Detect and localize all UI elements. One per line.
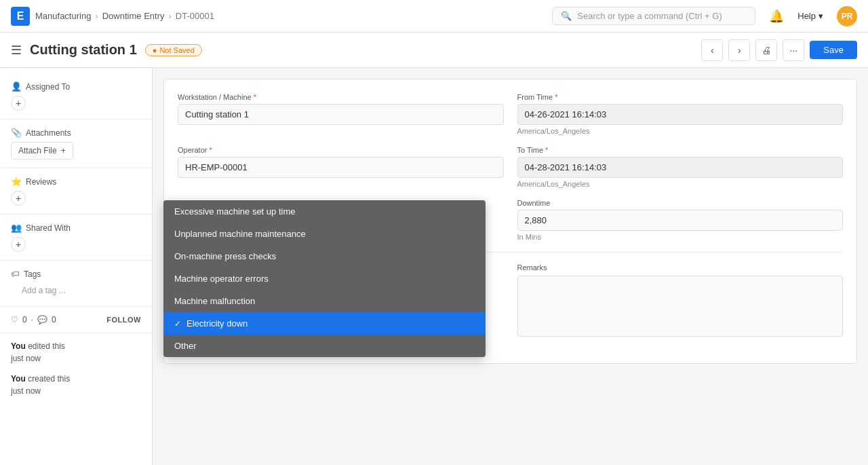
dropdown-item-4[interactable]: Machine malfunction (163, 290, 486, 312)
dot-sep: · (31, 315, 33, 324)
workstation-row: Workstation / Machine * From Time * Amer… (178, 93, 843, 135)
search-placeholder: Search or type a command (Ctrl + G) (577, 11, 722, 21)
main-layout: 👤 Assigned To + 📎 Attachments Attach Fil… (0, 68, 868, 465)
navbar: E Manufacturing › Downtime Entry › DT-00… (0, 0, 868, 33)
follow-button[interactable]: FOLLOW (106, 316, 141, 324)
breadcrumb: Manufacturing › Downtime Entry › DT-0000… (35, 11, 214, 21)
app-logo[interactable]: E (11, 7, 30, 26)
activity-action-0: edited this (28, 341, 65, 351)
breadcrumb-downtime-entry[interactable]: Downtime Entry (102, 11, 165, 21)
in-mins: In Mins (517, 233, 844, 241)
sidebar: 👤 Assigned To + 📎 Attachments Attach Fil… (0, 68, 153, 465)
next-button[interactable]: › (728, 39, 750, 61)
operator-label: Operator * (178, 146, 504, 154)
print-button[interactable]: 🖨 (755, 39, 777, 61)
notification-bell-icon[interactable]: 🔔 (769, 9, 784, 24)
req-marker-1: * (254, 93, 256, 101)
workstation-group: Workstation / Machine * (178, 93, 504, 135)
page-header: ☰ Cutting station 1 ● Not Saved ‹ › 🖨 ··… (0, 33, 868, 68)
workstation-label: Workstation / Machine * (178, 93, 504, 101)
reviews-section: ⭐ Reviews + (0, 171, 152, 211)
navbar-right: 🔔 Help ▾ PR (769, 6, 857, 26)
attach-file-button[interactable]: Attach File + (11, 142, 73, 160)
stop-type-dropdown: Excessive machine set up time Unplanned … (163, 200, 486, 357)
to-timezone: America/Los_Angeles (517, 180, 844, 188)
add-review-button[interactable]: + (11, 191, 26, 206)
plus-icon: + (61, 146, 66, 155)
reviews-icon: ⭐ (11, 176, 22, 187)
attachment-icon: 📎 (11, 128, 22, 138)
dropdown-item-5-label: Electricity down (186, 318, 248, 329)
breadcrumb-sep-2: › (168, 11, 171, 21)
tags-icon: 🏷 (11, 269, 20, 279)
attachments-section: 📎 Attachments Attach File + (0, 122, 152, 165)
from-time-label: From Time * (517, 93, 844, 101)
help-label: Help (797, 11, 816, 21)
not-saved-badge: ● Not Saved (145, 44, 202, 56)
breadcrumb-manufacturing[interactable]: Manufacturing (35, 11, 91, 21)
search-icon: 🔍 (561, 11, 572, 21)
dropdown-item-0[interactable]: Excessive machine set up time (163, 200, 486, 223)
operator-row: Operator * To Time * America/Los_Angeles (178, 146, 843, 188)
to-time-label: To Time * (517, 146, 844, 154)
tags-label: Tags (24, 269, 41, 279)
more-button[interactable]: ··· (783, 39, 804, 61)
save-button[interactable]: Save (810, 41, 857, 59)
to-time-label-text: To Time (517, 146, 544, 154)
like-count: 0 (22, 315, 27, 324)
assigned-to-icon: 👤 (11, 81, 22, 92)
breadcrumb-dt: DT-00001 (176, 11, 214, 21)
attachments-label: Attachments (26, 128, 71, 138)
to-time-input[interactable] (517, 157, 844, 178)
remarks-input[interactable] (517, 276, 844, 337)
reviews-label: Reviews (26, 177, 56, 187)
dropdown-item-6[interactable]: Other (163, 335, 486, 357)
operator-input[interactable] (178, 157, 504, 178)
attach-file-label: Attach File (18, 146, 57, 155)
dot-icon: ● (153, 46, 157, 54)
page-header-actions: ‹ › 🖨 ··· Save (701, 39, 857, 61)
from-timezone: America/Los_Angeles (517, 127, 844, 135)
dropdown-item-2[interactable]: On-machine press checks (163, 245, 486, 267)
shared-with-section: 👥 Shared With + (0, 217, 152, 257)
comment-icon[interactable]: 💬 (37, 315, 47, 324)
dropdown-item-3[interactable]: Machine operator errors (163, 267, 486, 290)
dropdown-item-1[interactable]: Unplanned machine maintenance (163, 223, 486, 245)
workstation-label-text: Workstation / Machine (178, 93, 252, 101)
downtime-value: 2,880 (517, 210, 844, 231)
req-marker-3: * (209, 146, 212, 154)
from-time-input[interactable] (517, 104, 844, 125)
downtime-group: Downtime 2,880 In Mins (517, 199, 844, 241)
add-tag-input[interactable]: Add a tag ... (11, 283, 141, 298)
activity-time-0: just now (11, 354, 41, 363)
comment-count: 0 (52, 315, 56, 324)
assigned-to-label: Assigned To (26, 82, 70, 92)
req-marker-2: * (555, 93, 557, 101)
from-time-label-text: From Time (517, 93, 553, 101)
help-button[interactable]: Help ▾ (792, 8, 829, 24)
tags-section: 🏷 Tags Add a tag ... (0, 263, 152, 303)
dropdown-item-5[interactable]: ✓ Electricity down (163, 312, 486, 335)
req-marker-4: * (545, 146, 548, 154)
from-time-group: From Time * America/Los_Angeles (517, 93, 844, 135)
activity-entry-1: You created this just now (0, 369, 152, 401)
shared-with-label: Shared With (26, 223, 71, 233)
operator-label-text: Operator (178, 146, 207, 154)
page-title: Cutting station 1 (30, 42, 137, 58)
hamburger-icon[interactable]: ☰ (11, 43, 22, 58)
add-share-button[interactable]: + (11, 237, 26, 252)
activity-user-0: You (11, 341, 26, 351)
like-icon[interactable]: ♡ (11, 315, 18, 324)
social-row: ♡ 0 · 💬 0 FOLLOW (0, 310, 152, 330)
prev-button[interactable]: ‹ (701, 39, 723, 61)
activity-user-1: You (11, 374, 26, 384)
avatar[interactable]: PR (837, 6, 857, 26)
content-area: Workstation / Machine * From Time * Amer… (153, 68, 868, 465)
activity-action-1: created this (28, 374, 70, 384)
search-bar[interactable]: 🔍 Search or type a command (Ctrl + G) (552, 7, 755, 25)
add-assignee-button[interactable]: + (11, 96, 26, 111)
remarks-group: Remarks (517, 263, 844, 339)
breadcrumb-sep-1: › (95, 11, 98, 21)
workstation-input[interactable] (178, 104, 504, 125)
shared-with-icon: 👥 (11, 223, 22, 233)
